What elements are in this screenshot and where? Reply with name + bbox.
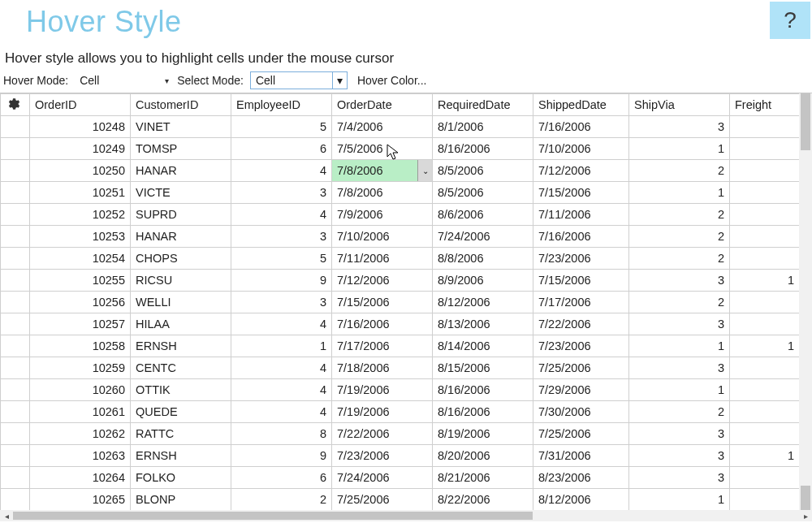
cell[interactable]: 3 bbox=[231, 292, 332, 313]
cell[interactable]: 7/31/2006 bbox=[533, 445, 629, 467]
cell[interactable]: 7/17/2006 bbox=[533, 292, 629, 313]
grid-settings-button[interactable] bbox=[1, 94, 30, 116]
column-header[interactable]: OrderDate bbox=[332, 94, 433, 116]
cell[interactable]: 6 bbox=[231, 138, 332, 160]
data-grid[interactable]: OrderIDCustomerIDEmployeeIDOrderDateRequ… bbox=[0, 93, 812, 510]
cell[interactable] bbox=[730, 160, 800, 182]
scroll-right-icon[interactable]: ▸ bbox=[799, 512, 812, 521]
column-header[interactable]: OrderID bbox=[30, 94, 131, 116]
cell[interactable] bbox=[730, 379, 800, 401]
cell[interactable]: 7/8/2006 bbox=[332, 182, 433, 204]
row-header[interactable] bbox=[1, 489, 30, 511]
cell[interactable] bbox=[730, 423, 800, 445]
row-header[interactable] bbox=[1, 423, 30, 445]
cell[interactable]: 8/15/2006 bbox=[433, 357, 533, 379]
cell[interactable]: 8/12/2006 bbox=[433, 292, 533, 313]
cell[interactable]: 2 bbox=[629, 226, 730, 248]
cell[interactable]: 7/5/2006 bbox=[332, 138, 433, 160]
scrollbar-thumb[interactable] bbox=[801, 486, 810, 510]
cell[interactable] bbox=[730, 489, 800, 511]
row-header[interactable] bbox=[1, 182, 30, 204]
cell[interactable] bbox=[730, 182, 800, 204]
cell[interactable]: 6 bbox=[231, 467, 332, 489]
cell[interactable]: SUPRD bbox=[131, 204, 231, 226]
cell[interactable]: 2 bbox=[629, 248, 730, 270]
select-mode-combo[interactable]: Cell ▾ bbox=[250, 71, 348, 89]
cell[interactable]: 7/12/2006 bbox=[332, 270, 433, 292]
cell[interactable] bbox=[730, 401, 800, 423]
row-header[interactable] bbox=[1, 204, 30, 226]
cell[interactable]: 7/19/2006 bbox=[332, 401, 433, 423]
cell[interactable]: 8/16/2006 bbox=[433, 401, 533, 423]
cell[interactable]: 7/25/2006 bbox=[533, 423, 629, 445]
cell[interactable]: 10250 bbox=[30, 160, 131, 182]
cell[interactable]: 7/15/2006 bbox=[332, 292, 433, 313]
cell[interactable]: ERNSH bbox=[131, 445, 231, 467]
cell[interactable]: VINET bbox=[131, 116, 231, 138]
cell[interactable]: 3 bbox=[629, 313, 730, 335]
cell[interactable]: 4 bbox=[231, 160, 332, 182]
cell[interactable]: 10258 bbox=[30, 335, 131, 357]
cell[interactable]: 10249 bbox=[30, 138, 131, 160]
row-header[interactable] bbox=[1, 292, 30, 313]
cell[interactable]: 8/23/2006 bbox=[533, 467, 629, 489]
cell[interactable]: 1 bbox=[730, 445, 800, 467]
cell[interactable]: 10265 bbox=[30, 489, 131, 511]
cell[interactable]: VICTE bbox=[131, 182, 231, 204]
cell[interactable]: 7/24/2006 bbox=[433, 226, 533, 248]
cell[interactable]: 10252 bbox=[30, 204, 131, 226]
cell[interactable]: 10261 bbox=[30, 401, 131, 423]
cell[interactable]: 8/21/2006 bbox=[433, 467, 533, 489]
cell[interactable]: 1 bbox=[730, 270, 800, 292]
row-header[interactable] bbox=[1, 313, 30, 335]
cell[interactable]: RICSU bbox=[131, 270, 231, 292]
cell[interactable]: 10256 bbox=[30, 292, 131, 313]
row-header[interactable] bbox=[1, 445, 30, 467]
cell[interactable]: 4 bbox=[231, 357, 332, 379]
cell[interactable]: 5 bbox=[231, 248, 332, 270]
cell[interactable]: 10257 bbox=[30, 313, 131, 335]
cell[interactable]: 3 bbox=[629, 116, 730, 138]
cell[interactable]: 3 bbox=[231, 182, 332, 204]
cell[interactable]: 8/6/2006 bbox=[433, 204, 533, 226]
cell[interactable]: 1 bbox=[730, 335, 800, 357]
row-header[interactable] bbox=[1, 248, 30, 270]
row-header[interactable] bbox=[1, 467, 30, 489]
row-header[interactable] bbox=[1, 379, 30, 401]
row-header[interactable] bbox=[1, 116, 30, 138]
cell[interactable] bbox=[730, 138, 800, 160]
cell[interactable]: 8/19/2006 bbox=[433, 423, 533, 445]
cell[interactable]: 3 bbox=[231, 226, 332, 248]
cell[interactable]: 10263 bbox=[30, 445, 131, 467]
cell[interactable]: 7/11/2006 bbox=[332, 248, 433, 270]
column-header[interactable]: Freight bbox=[730, 94, 800, 116]
cell[interactable]: HANAR bbox=[131, 226, 231, 248]
cell[interactable]: 7/16/2006 bbox=[533, 226, 629, 248]
cell[interactable]: 9 bbox=[231, 270, 332, 292]
cell[interactable]: 7/10/2006 bbox=[332, 226, 433, 248]
scrollbar-thumb[interactable] bbox=[801, 93, 810, 150]
hover-mode-combo[interactable]: Cell ▾ bbox=[75, 71, 172, 89]
cell[interactable]: 3 bbox=[629, 270, 730, 292]
cell[interactable] bbox=[730, 204, 800, 226]
row-header[interactable] bbox=[1, 226, 30, 248]
cell[interactable]: HILAA bbox=[131, 313, 231, 335]
cell[interactable]: 7/12/2006 bbox=[533, 160, 629, 182]
cell[interactable]: 2 bbox=[231, 489, 332, 511]
cell[interactable]: 1 bbox=[629, 489, 730, 511]
column-header[interactable]: CustomerID bbox=[131, 94, 231, 116]
cell[interactable]: 8/5/2006 bbox=[433, 160, 533, 182]
cell[interactable]: 7/4/2006 bbox=[332, 116, 433, 138]
cell[interactable]: QUEDE bbox=[131, 401, 231, 423]
cell[interactable]: RATTC bbox=[131, 423, 231, 445]
horizontal-scrollbar[interactable]: ◂ ▸ bbox=[0, 510, 812, 521]
cell[interactable]: 10248 bbox=[30, 116, 131, 138]
row-header[interactable] bbox=[1, 138, 30, 160]
cell[interactable]: 7/9/2006 bbox=[332, 204, 433, 226]
cell[interactable]: CENTC bbox=[131, 357, 231, 379]
cell[interactable]: 7/18/2006 bbox=[332, 357, 433, 379]
cell[interactable] bbox=[730, 292, 800, 313]
cell[interactable]: BLONP bbox=[131, 489, 231, 511]
scrollbar-thumb[interactable] bbox=[13, 512, 533, 520]
cell[interactable]: 7/30/2006 bbox=[533, 401, 629, 423]
